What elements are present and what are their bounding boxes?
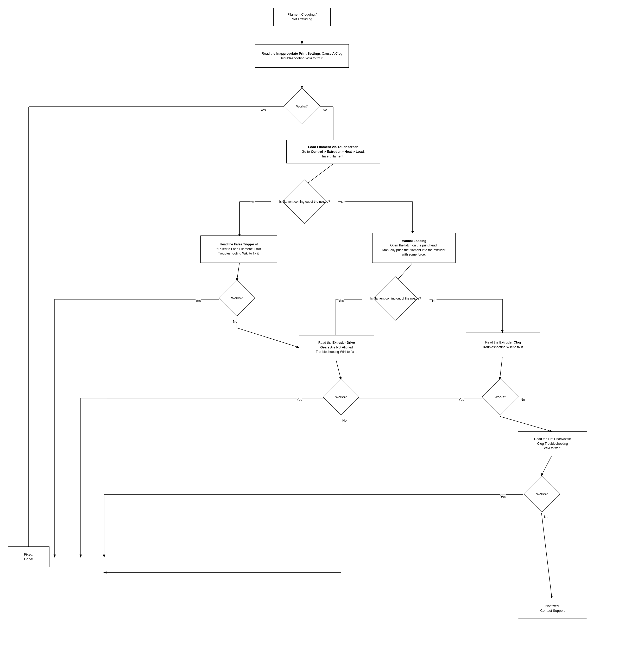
- step2-node: Load Filament via TouchscreenGo to Contr…: [286, 140, 380, 163]
- svg-line-21: [336, 359, 341, 379]
- diamond5-label: Works?: [335, 395, 347, 399]
- start-node: Filament Clogging / Not Extruding: [273, 8, 331, 26]
- step5-node: Read the Extruder DriveGears Are Not Ali…: [299, 335, 374, 360]
- diamond2-yes-label: Yes: [250, 200, 255, 204]
- fixed-node: Fixed.Done!: [8, 547, 49, 567]
- diamond2-node: Is filament coming out of the nozzle?: [271, 184, 338, 219]
- step7-node: Read the Hot End/NozzleClog Troubleshoot…: [518, 431, 587, 456]
- diamond7-node: Works?: [524, 476, 560, 512]
- diamond7-label: Works?: [536, 492, 548, 496]
- svg-line-32: [542, 513, 552, 598]
- diamond4-no-label: No: [432, 299, 436, 303]
- diamond5-no-label: No: [342, 419, 347, 422]
- svg-line-11: [237, 263, 240, 280]
- diamond6-label: Works?: [495, 395, 506, 399]
- step1-node: Read the Inappropriate Print Settings Ca…: [255, 44, 349, 68]
- not-fixed-node: Not fixed.Contact Support: [518, 598, 587, 619]
- svg-line-29: [542, 456, 552, 476]
- diamond4-node: Is filament coming out of the nozzle?: [361, 281, 430, 316]
- diamond3-yes-label: Yes: [195, 299, 201, 303]
- step4-node: Manual LoadingOpen the latch on the prin…: [372, 233, 456, 263]
- diamond1-no-label: No: [323, 108, 327, 112]
- step3-node: Read the False Trigger of"Failed to Load…: [201, 235, 277, 263]
- diamond3-no-label: No: [233, 319, 238, 323]
- diamond2-no-label: No: [341, 200, 345, 204]
- diamond7-yes-label: Yes: [500, 494, 506, 498]
- diamond3-label: Works?: [231, 296, 243, 300]
- svg-line-28: [500, 416, 552, 431]
- step6-node: Read the Extruder ClogTroubleshooting Wi…: [466, 333, 540, 357]
- diamond1-yes-label: Yes: [260, 108, 266, 112]
- diamond6-no-label: No: [521, 398, 525, 401]
- diamond1-node: Works?: [284, 88, 320, 124]
- diamond7-no-label: No: [544, 515, 549, 519]
- diamond5-node: Works?: [323, 379, 359, 415]
- svg-line-6: [305, 164, 333, 185]
- flowchart: Filament Clogging / Not Extruding Read t…: [0, 0, 644, 649]
- svg-line-22: [500, 356, 502, 379]
- diamond5-yes-label: Yes: [297, 398, 302, 401]
- svg-line-16: [237, 328, 299, 347]
- diamond4-yes-label: Yes: [338, 299, 344, 303]
- diamond1-label: Works?: [296, 104, 308, 108]
- diamond6-yes-label: Yes: [459, 398, 464, 401]
- diamond3-node: Works?: [219, 280, 255, 316]
- diamond6-node: Works?: [482, 379, 519, 415]
